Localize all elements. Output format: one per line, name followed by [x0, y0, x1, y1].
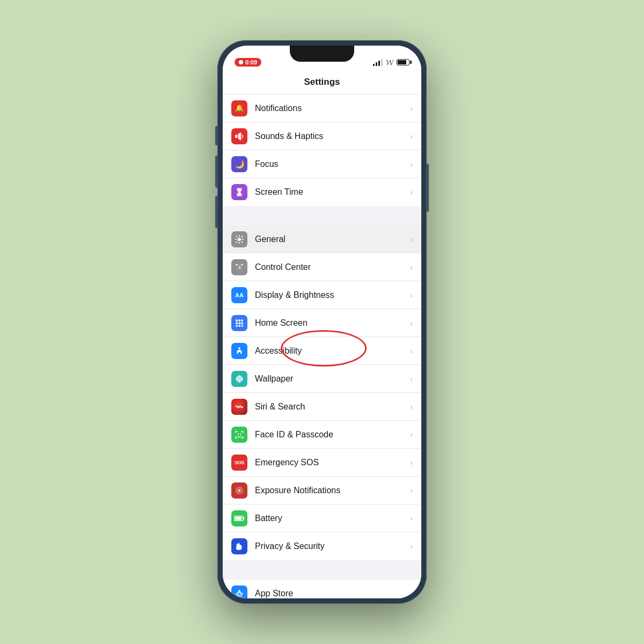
svg-rect-33 [235, 517, 241, 520]
privacy-chevron: › [410, 542, 413, 551]
settings-item-app-store[interactable]: App Store › [223, 580, 421, 598]
section-divider-1 [223, 206, 421, 225]
face-id-icon [231, 427, 247, 443]
svg-rect-8 [239, 319, 241, 321]
settings-item-screen-time[interactable]: Screen Time › [223, 178, 421, 206]
exposure-notif-icon [235, 486, 244, 495]
settings-item-home-screen[interactable]: Home Screen › [223, 309, 421, 337]
hand-icon [235, 541, 244, 551]
general-label: General [255, 235, 410, 244]
control-center-icon [231, 259, 247, 275]
settings-item-display[interactable]: AA Display & Brightness › [223, 281, 421, 309]
battery-settings-symbol [234, 515, 245, 522]
privacy-label: Privacy & Security [255, 541, 410, 551]
app-store-symbol [235, 589, 244, 598]
svg-rect-0 [236, 135, 238, 138]
section-1: 🔔 Notifications › [223, 94, 421, 206]
svg-point-27 [240, 433, 241, 434]
power-button[interactable] [427, 164, 429, 212]
settings-item-general[interactable]: General › [223, 225, 421, 253]
wallpaper-icon [231, 371, 247, 387]
focus-label: Focus [255, 159, 410, 169]
status-bar: 0:09 𝓦 [223, 46, 421, 72]
volume-up-button[interactable] [215, 156, 217, 188]
settings-item-wallpaper[interactable]: Wallpaper › [223, 365, 421, 393]
phone-container: 0:09 𝓦 Settings [217, 40, 427, 604]
battery-chevron: › [410, 514, 413, 523]
settings-list-2: General › [223, 225, 421, 560]
settings-item-accessibility[interactable]: Accessibility › [223, 337, 421, 365]
svg-point-17 [238, 378, 240, 380]
siri-wave-icon [235, 402, 244, 412]
settings-item-sounds[interactable]: Sounds & Haptics › [223, 122, 421, 150]
focus-icon: 🌙 [231, 156, 247, 172]
settings-item-privacy[interactable]: Privacy & Security › [223, 532, 421, 560]
settings-scroll[interactable]: 🔔 Notifications › [223, 94, 421, 598]
focus-chevron: › [410, 160, 413, 169]
svg-rect-14 [239, 325, 241, 326]
svg-rect-12 [241, 322, 243, 324]
settings-item-control-center[interactable]: Control Center › [223, 253, 421, 281]
svg-point-16 [238, 347, 240, 349]
notch [290, 46, 354, 62]
sos-text: SOS [235, 460, 244, 465]
svg-rect-10 [236, 322, 238, 324]
emergency-sos-icon: SOS [231, 455, 247, 471]
settings-item-emergency-sos[interactable]: SOS Emergency SOS › [223, 449, 421, 477]
settings-item-face-id[interactable]: Face ID & Passcode › [223, 421, 421, 449]
svg-rect-11 [239, 322, 241, 324]
battery-label: Battery [255, 514, 410, 523]
display-icon: AA [231, 287, 247, 303]
settings-item-focus[interactable]: 🌙 Focus › [223, 150, 421, 178]
home-grid-icon [235, 318, 244, 328]
settings-item-siri[interactable]: Siri & Search › [223, 393, 421, 421]
accessibility-person-icon [235, 346, 244, 356]
app-store-label: App Store [255, 589, 410, 598]
notifications-icon-symbol: 🔔 [235, 104, 244, 112]
sounds-chevron: › [410, 132, 413, 141]
signal-bar-2 [376, 62, 377, 66]
settings-item-notifications[interactable]: 🔔 Notifications › [223, 94, 421, 122]
exposure-chevron: › [410, 486, 413, 495]
home-screen-chevron: › [410, 319, 413, 327]
control-center-label: Control Center [255, 262, 410, 272]
screen-time-chevron: › [410, 188, 413, 196]
face-scan-icon [235, 430, 244, 440]
volume-down-button[interactable] [215, 196, 217, 228]
settings-item-battery[interactable]: Battery › [223, 504, 421, 532]
wallpaper-chevron: › [410, 375, 413, 383]
emergency-sos-chevron: › [410, 458, 413, 467]
focus-icon-symbol: 🌙 [235, 160, 244, 169]
recording-time: 0:09 [245, 59, 257, 65]
wifi-icon: 𝓦 [386, 58, 393, 67]
screen-time-icon [231, 184, 247, 200]
battery-settings-icon [231, 510, 247, 526]
settings-list-1: 🔔 Notifications › [223, 94, 421, 206]
battery-fill [398, 60, 406, 64]
flower-icon [235, 374, 244, 384]
exposure-label: Exposure Notifications [255, 486, 410, 495]
settings-item-exposure[interactable]: Exposure Notifications › [223, 477, 421, 504]
svg-point-1 [238, 238, 241, 241]
display-icon-symbol: AA [235, 292, 244, 298]
screen-time-label: Screen Time [255, 187, 410, 197]
section-divider-2 [223, 560, 421, 580]
rec-dot [239, 60, 243, 64]
accessibility-label: Accessibility [255, 346, 410, 356]
section-3: App Store › [223, 580, 421, 598]
siri-chevron: › [410, 402, 413, 411]
gear-icon [235, 235, 244, 244]
face-id-chevron: › [410, 430, 413, 439]
face-id-label: Face ID & Passcode [255, 430, 410, 440]
svg-rect-5 [237, 265, 243, 265]
notifications-chevron: › [410, 104, 413, 113]
svg-point-26 [238, 433, 239, 434]
svg-rect-9 [241, 319, 243, 321]
svg-rect-32 [243, 517, 244, 519]
mute-button[interactable] [215, 126, 217, 145]
emergency-sos-label: Emergency SOS [255, 458, 410, 467]
general-icon [231, 231, 247, 247]
siri-label: Siri & Search [255, 402, 410, 412]
signal-bars [373, 58, 383, 66]
exposure-icon [231, 482, 247, 499]
